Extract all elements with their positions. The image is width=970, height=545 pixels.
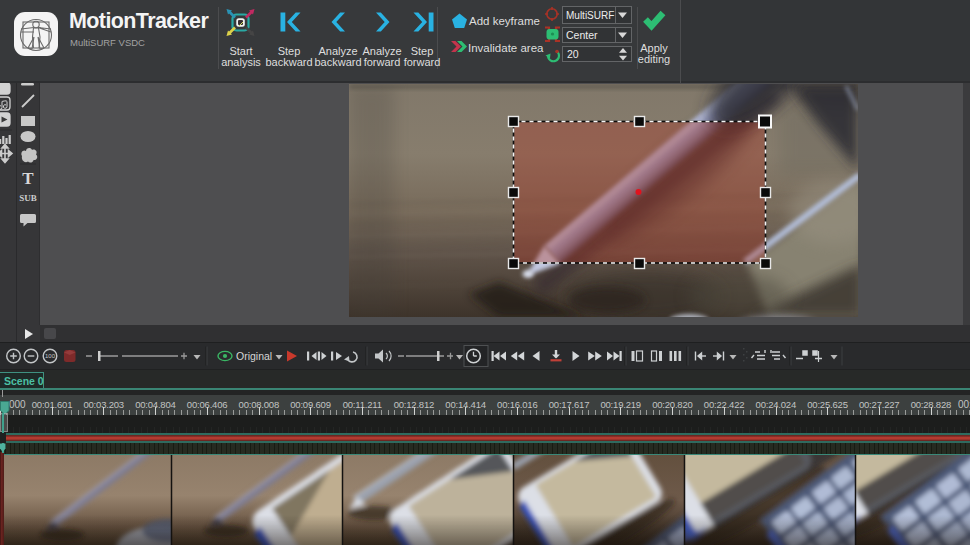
- svg-text:T: T: [22, 169, 34, 188]
- svg-text:SUB: SUB: [19, 193, 37, 203]
- svg-text:100: 100: [45, 353, 56, 359]
- svg-text:Original: Original: [236, 350, 272, 362]
